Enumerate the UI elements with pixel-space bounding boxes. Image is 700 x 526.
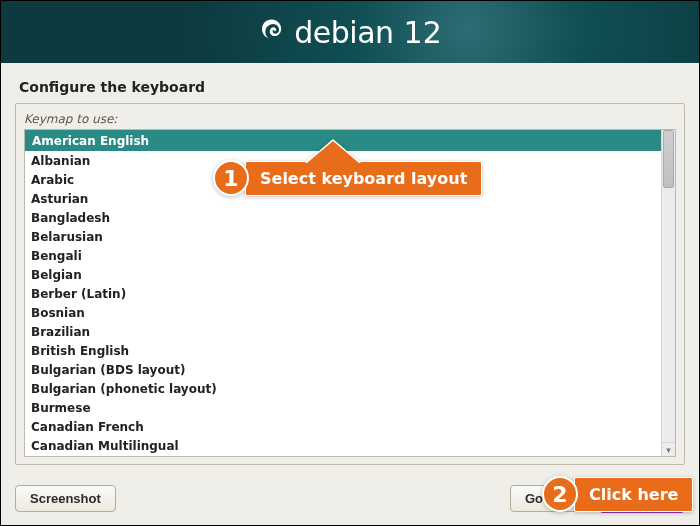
keymap-label: Keymap to use:: [24, 112, 676, 126]
annotation-badge-2: 2: [542, 476, 578, 512]
list-item[interactable]: Bangladesh: [25, 208, 661, 227]
list-item[interactable]: Canadian Multilingual: [25, 436, 661, 455]
list-item[interactable]: British English: [25, 341, 661, 360]
list-item[interactable]: Bosnian: [25, 303, 661, 322]
list-item[interactable]: Bulgarian (phonetic layout): [25, 379, 661, 398]
scroll-down-icon[interactable]: ▾: [662, 442, 675, 456]
debian-swirl-icon: [258, 17, 284, 47]
list-item[interactable]: Berber (Latin): [25, 284, 661, 303]
list-item[interactable]: Belarusian: [25, 227, 661, 246]
scrollbar[interactable]: ▾: [661, 130, 675, 456]
annotation-badge-1: 1: [213, 160, 249, 196]
list-item[interactable]: Bulgarian (BDS layout): [25, 360, 661, 379]
list-item[interactable]: Burmese: [25, 398, 661, 417]
banner-title: debian 12: [258, 15, 441, 50]
screenshot-button[interactable]: Screenshot: [15, 485, 116, 512]
page-title: Configure the keyboard: [19, 79, 681, 95]
annotation-step-2: 2 Click here: [542, 476, 693, 512]
list-item[interactable]: Canadian French: [25, 417, 661, 436]
banner: debian 12: [1, 1, 699, 63]
list-item[interactable]: Brazilian: [25, 322, 661, 341]
annotation-step-1: 1 Select keyboard layout: [213, 160, 482, 196]
scroll-thumb[interactable]: [663, 130, 674, 188]
brand-name: debian: [294, 15, 393, 50]
annotation-text-2: Click here: [574, 477, 693, 512]
annotation-text-1: Select keyboard layout: [245, 161, 482, 196]
content-area: Configure the keyboard Keymap to use: Am…: [1, 63, 699, 473]
list-item[interactable]: Bengali: [25, 246, 661, 265]
list-item[interactable]: Belgian: [25, 265, 661, 284]
brand-version: 12: [404, 15, 442, 50]
